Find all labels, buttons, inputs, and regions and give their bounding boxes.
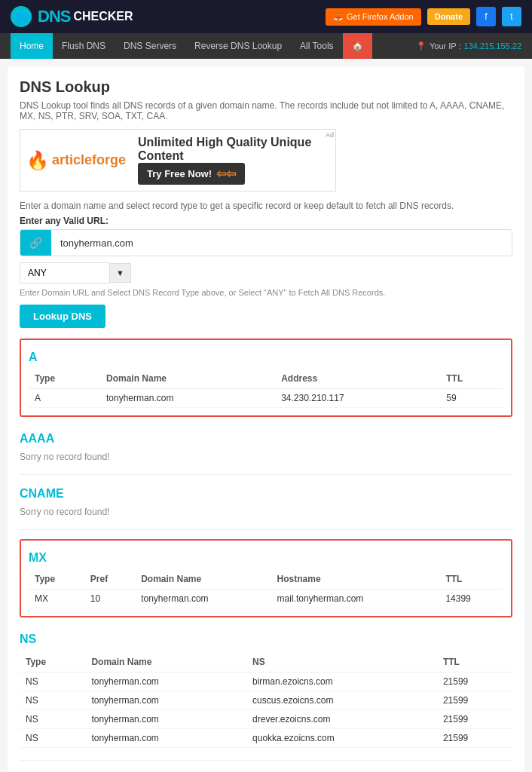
ad-badge: Ad — [326, 131, 334, 139]
form-intro: Enter a domain name and select record ty… — [20, 201, 512, 211]
table-row: NS tonyherman.com quokka.ezoicns.com 215… — [20, 729, 512, 748]
cell-ttl: 14399 — [439, 590, 503, 608]
col-ttl-a: TTL — [440, 369, 503, 389]
section-cname: CNAME Sorry no record found! — [20, 484, 512, 517]
url-input-wrap: 🔗 — [20, 229, 512, 256]
table-row: NS tonyherman.com birman.ezoicns.com 215… — [20, 672, 512, 691]
section-title-aaaa: AAAA — [20, 429, 512, 446]
divider-cname — [20, 529, 512, 530]
nav-item-reverse-dns[interactable]: Reverse DNS Lookup — [185, 33, 291, 59]
url-input[interactable] — [51, 231, 512, 256]
cell-type: A — [29, 389, 100, 408]
cell-ttl: 21599 — [437, 672, 512, 691]
logo-dns: DNS — [38, 7, 70, 26]
location-icon: 📍 — [416, 41, 427, 51]
record-type-select[interactable]: ANY A AAAA CNAME MX NS PTR SRV SOA TXT C… — [20, 262, 110, 283]
nav-item-all-tools[interactable]: All Tools — [291, 33, 342, 59]
nav-item-flush-dns[interactable]: Flush DNS — [53, 33, 115, 59]
ad-btn-text: Try Free Now! — [147, 168, 212, 179]
logo: 🌐 DNS CHECKER — [11, 6, 133, 27]
lookup-dns-button[interactable]: Lookup DNS — [20, 305, 105, 328]
nav: Home Flush DNS DNS Servers Reverse DNS L… — [0, 33, 532, 59]
ad-banner[interactable]: Ad 🔥 articleforge Unlimited High Quality… — [20, 129, 336, 191]
nav-item-dns-servers[interactable]: DNS Servers — [115, 33, 185, 59]
no-record-aaaa: Sorry no record found! — [20, 452, 512, 462]
url-link-icon: 🔗 — [20, 230, 51, 256]
cell-ttl: 21599 — [437, 729, 512, 748]
no-record-cname: Sorry no record found! — [20, 507, 512, 517]
ip-label: Your IP : — [430, 41, 461, 51]
ad-cta-button[interactable]: Try Free Now! ⇦⇦ — [138, 163, 245, 185]
cell-hostname: mail.tonyherman.com — [271, 590, 440, 608]
cell-domain: tonyherman.com — [85, 729, 246, 748]
select-wrap: ANY A AAAA CNAME MX NS PTR SRV SOA TXT C… — [20, 262, 512, 283]
ad-title: Unlimited High Quality Unique Content — [138, 136, 329, 163]
section-ns: NS Type Domain Name NS TTL NS tonyherman… — [20, 630, 512, 748]
firefox-addon-button[interactable]: 🦊 Get Firefox Addon — [326, 8, 421, 26]
cell-domain: tonyherman.com — [85, 710, 246, 729]
col-type-a: Type — [29, 369, 100, 389]
table-row: NS tonyherman.com cuscus.ezoicns.com 215… — [20, 691, 512, 710]
nav-left: Home Flush DNS DNS Servers Reverse DNS L… — [11, 33, 372, 59]
table-ns: Type Domain Name NS TTL NS tonyherman.co… — [20, 652, 512, 748]
nav-right: 📍 Your IP : 134.215.155.22 — [416, 41, 521, 51]
cell-address: 34.230.210.117 — [275, 389, 440, 408]
header-right: 🦊 Get Firefox Addon Donate f t — [326, 7, 521, 26]
divider-ns — [20, 760, 512, 761]
dns-results: A Type Domain Name Address TTL A tonyher… — [20, 339, 512, 772]
col-pref-mx: Pref — [84, 569, 135, 590]
table-row: A tonyherman.com 34.230.210.117 59 — [29, 389, 503, 408]
ad-logo-text: articleforge — [52, 152, 126, 168]
facebook-button[interactable]: f — [476, 7, 496, 26]
table-row: MX 10 tonyherman.com mail.tonyherman.com… — [29, 590, 503, 608]
col-domain-a: Domain Name — [100, 369, 275, 389]
twitter-button[interactable]: t — [502, 7, 521, 26]
section-title-mx: MX — [29, 548, 503, 565]
ad-content: Unlimited High Quality Unique Content Tr… — [138, 136, 329, 185]
ad-logo: 🔥 articleforge — [26, 150, 126, 171]
col-ns-ns: NS — [246, 652, 437, 672]
col-address-a: Address — [275, 369, 440, 389]
select-note: Enter Domain URL and Select DNS Record T… — [20, 288, 512, 297]
page-description: DNS Lookup tool finds all DNS records of… — [20, 100, 512, 121]
cell-type: NS — [20, 672, 85, 691]
table-row: NS tonyherman.com drever.ezoicns.com 215… — [20, 710, 512, 729]
nav-item-home[interactable]: Home — [11, 33, 53, 59]
logo-globe-icon: 🌐 — [11, 6, 32, 27]
col-type-ns: Type — [20, 652, 85, 672]
ip-value: 134.215.155.22 — [464, 41, 521, 51]
divider-aaaa — [20, 474, 512, 475]
table-a: Type Domain Name Address TTL A tonyherma… — [29, 369, 503, 408]
cell-pref: 10 — [84, 590, 135, 608]
section-title-cname: CNAME — [20, 484, 512, 501]
section-mx: MX Type Pref Domain Name Hostname TTL MX… — [20, 539, 512, 617]
cell-type: NS — [20, 691, 85, 710]
url-label: Enter any Valid URL: — [20, 216, 512, 226]
cell-type: NS — [20, 729, 85, 748]
ad-logo-icon: 🔥 — [26, 150, 49, 171]
select-arrow-icon[interactable]: ▼ — [110, 263, 131, 283]
cell-type: MX — [29, 590, 84, 608]
cell-domain: tonyherman.com — [135, 590, 271, 608]
cell-domain: tonyherman.com — [85, 691, 246, 710]
cell-domain: tonyherman.com — [85, 672, 246, 691]
cell-ttl: 59 — [440, 389, 503, 408]
table-mx: Type Pref Domain Name Hostname TTL MX 10… — [29, 569, 503, 608]
cell-ttl: 21599 — [437, 710, 512, 729]
section-aaaa: AAAA Sorry no record found! — [20, 429, 512, 462]
col-type-mx: Type — [29, 569, 84, 590]
col-domain-mx: Domain Name — [135, 569, 271, 590]
col-ttl-mx: TTL — [439, 569, 503, 590]
nav-home-icon[interactable]: 🏠 — [343, 33, 372, 59]
donate-button[interactable]: Donate — [427, 8, 470, 25]
cell-ttl: 21599 — [437, 691, 512, 710]
page-title: DNS Lookup — [20, 78, 512, 96]
logo-checker: CHECKER — [73, 10, 133, 23]
section-title-ns: NS — [20, 630, 512, 646]
cell-ns: quokka.ezoicns.com — [246, 729, 437, 748]
firefox-icon: 🦊 — [333, 12, 344, 22]
col-domain-ns: Domain Name — [85, 652, 246, 672]
firefox-btn-label: Get Firefox Addon — [347, 12, 414, 21]
col-hostname-mx: Hostname — [271, 569, 440, 590]
cell-ns: cuscus.ezoicns.com — [246, 691, 437, 710]
